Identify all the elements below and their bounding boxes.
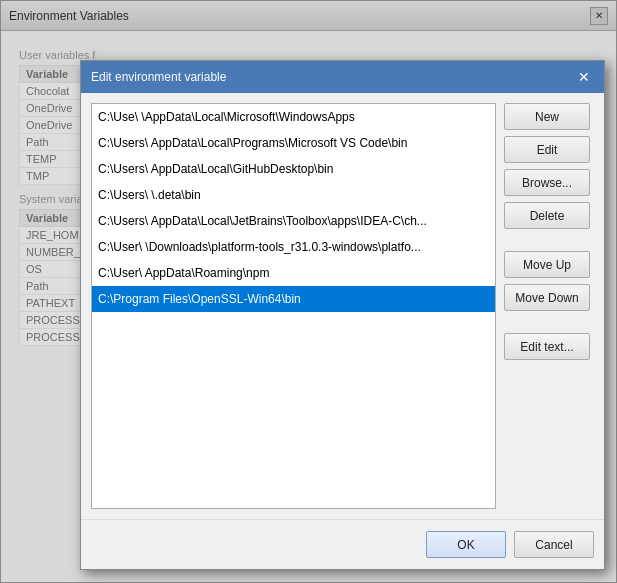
- ok-button[interactable]: OK: [426, 531, 506, 558]
- delete-button[interactable]: Delete: [504, 202, 590, 229]
- path-list-item[interactable]: C:\User\ \Downloads\platform-tools_r31.0…: [92, 234, 495, 260]
- new-button[interactable]: New: [504, 103, 590, 130]
- browse-button[interactable]: Browse...: [504, 169, 590, 196]
- edit-text-button[interactable]: Edit text...: [504, 333, 590, 360]
- path-list-item[interactable]: C:\Users\ AppData\Local\GitHubDesktop\bi…: [92, 156, 495, 182]
- path-list-item[interactable]: C:\User\ AppData\Roaming\npm: [92, 260, 495, 286]
- buttons-spacer-2: [504, 317, 594, 327]
- path-list-item[interactable]: C:\Users\ AppData\Local\Programs\Microso…: [92, 130, 495, 156]
- dialog-title: Edit environment variable: [91, 70, 226, 84]
- path-list-item[interactable]: C:\Users\ \.deta\bin: [92, 182, 495, 208]
- edit-button[interactable]: Edit: [504, 136, 590, 163]
- dialog-titlebar: Edit environment variable ✕: [81, 61, 604, 93]
- edit-env-dialog: Edit environment variable ✕ C:\Use\ \App…: [80, 60, 605, 570]
- dialog-footer: OK Cancel: [81, 519, 604, 569]
- path-list-item[interactable]: C:\Program Files\OpenSSL-Win64\bin: [92, 286, 495, 312]
- move-down-button[interactable]: Move Down: [504, 284, 590, 311]
- path-list-item[interactable]: C:\Use\ \AppData\Local\Microsoft\Windows…: [92, 104, 495, 130]
- buttons-spacer: [504, 235, 594, 245]
- path-list-container[interactable]: C:\Use\ \AppData\Local\Microsoft\Windows…: [91, 103, 496, 509]
- path-list-item[interactable]: C:\Users\ AppData\Local\JetBrains\Toolbo…: [92, 208, 495, 234]
- dialog-body: C:\Use\ \AppData\Local\Microsoft\Windows…: [81, 93, 604, 519]
- path-list: C:\Use\ \AppData\Local\Microsoft\Windows…: [92, 104, 495, 312]
- dialog-buttons: New Edit Browse... Delete Move Up Move D…: [504, 103, 594, 509]
- move-up-button[interactable]: Move Up: [504, 251, 590, 278]
- dialog-close-button[interactable]: ✕: [574, 67, 594, 87]
- cancel-button[interactable]: Cancel: [514, 531, 594, 558]
